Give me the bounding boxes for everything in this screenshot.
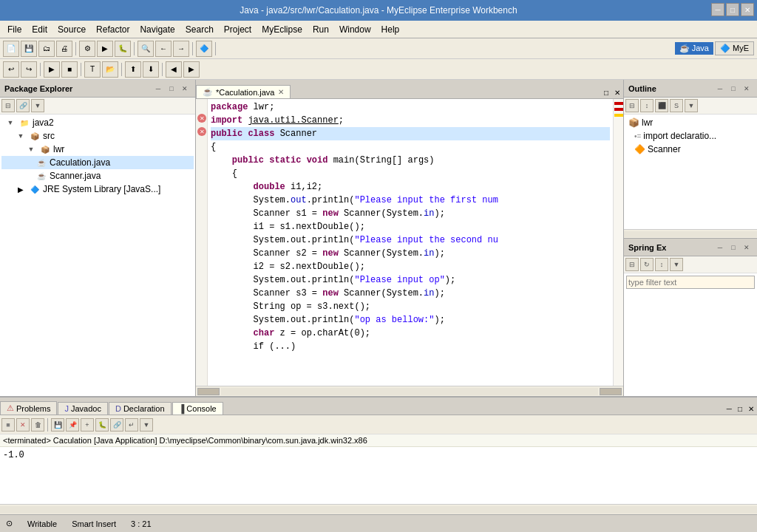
console-menu-btn[interactable]: ▼ <box>140 418 153 432</box>
outline-menu[interactable]: ▼ <box>685 99 698 112</box>
tree-menu-btn[interactable]: ▼ <box>31 99 44 112</box>
menu-window[interactable]: Window <box>335 23 376 36</box>
run-last-button[interactable]: ▶ <box>44 61 60 78</box>
new-button[interactable]: 📄 <box>3 41 19 57</box>
tree-item-scanner[interactable]: ☕ Scanner.java <box>1 169 194 183</box>
minimize-button[interactable]: ─ <box>711 3 724 16</box>
console-debug-btn[interactable]: 🐛 <box>95 418 109 432</box>
tab-javadoc[interactable]: J Javadoc <box>58 402 107 415</box>
outline-minimize[interactable]: ─ <box>714 83 726 95</box>
outline-close[interactable]: ✕ <box>741 83 753 95</box>
undo-button[interactable]: ↩ <box>3 61 19 78</box>
perspective-myeclipse[interactable]: 🔷 MyE <box>715 41 754 55</box>
perspective-java[interactable]: ☕ Java <box>675 42 713 55</box>
editor-close-btn[interactable]: ✕ <box>611 87 623 98</box>
run-button[interactable]: ▶ <box>97 41 113 57</box>
console-clear-btn[interactable]: 🗑 <box>31 418 44 432</box>
bottom-maximize-btn[interactable]: □ <box>735 403 745 415</box>
next-edit-button[interactable]: → <box>173 41 189 57</box>
tab-problems[interactable]: ⚠ Problems <box>0 401 57 415</box>
spring-menu[interactable]: ▼ <box>670 258 683 271</box>
hscroll-track[interactable] <box>221 388 598 395</box>
build-button[interactable]: ⚙ <box>79 41 95 57</box>
menu-run[interactable]: Run <box>308 23 333 36</box>
tab-console[interactable]: ▐ Console <box>172 402 223 415</box>
spring-minimize[interactable]: ─ <box>714 242 726 253</box>
outline-item-import[interactable]: •= import declaratio... <box>625 129 756 143</box>
next-ann-button[interactable]: ⬇ <box>143 61 159 78</box>
bottom-minimize-btn[interactable]: ─ <box>724 403 735 415</box>
save-button[interactable]: 💾 <box>21 41 37 57</box>
spring-collapse[interactable]: ⊟ <box>625 258 639 271</box>
hscroll-left[interactable] <box>197 388 220 395</box>
console-stop-btn[interactable]: ■ <box>1 418 15 432</box>
package-explorer-tree[interactable]: ▼ 📁 java2 ▼ 📦 src ▼ 📦 lwr ☕ Caculation.j… <box>0 115 195 396</box>
tab-declaration[interactable]: D Declaration <box>109 402 172 415</box>
menu-refactor[interactable]: Refactor <box>92 23 134 36</box>
menu-search[interactable]: Search <box>181 23 218 36</box>
console-hscrollbar[interactable] <box>0 504 757 514</box>
console-terminate-btn[interactable]: ✕ <box>16 418 30 432</box>
code-editor[interactable]: package lwr; import java.util.Scanner; p… <box>208 99 613 386</box>
hscroll-right[interactable] <box>600 388 622 395</box>
panel-maximize-btn[interactable]: □ <box>166 83 177 95</box>
console-wrap-btn[interactable]: ↵ <box>125 418 138 432</box>
prev-ann-button[interactable]: ⬆ <box>125 61 141 78</box>
link-editor-btn[interactable]: 🔗 <box>16 99 30 112</box>
outline-item-scanner-class[interactable]: 🔶 Scanner <box>625 143 756 156</box>
editor-maximize-btn[interactable]: □ <box>601 87 611 98</box>
search-file-button[interactable]: 🔍 <box>138 41 154 57</box>
outline-maximize[interactable]: □ <box>727 83 739 95</box>
console-output-area[interactable]: -1.0 <box>0 447 757 504</box>
spring-sort[interactable]: ↕ <box>655 258 668 271</box>
outline-hide-fields[interactable]: ⬛ <box>655 99 668 112</box>
maximize-button[interactable]: □ <box>726 3 739 16</box>
print-button[interactable]: 🖨 <box>56 41 72 57</box>
collapse-all-btn[interactable]: ⊟ <box>1 99 15 112</box>
panel-minimize-btn[interactable]: ─ <box>152 83 164 95</box>
menu-help[interactable]: Help <box>377 23 404 36</box>
console-link-btn[interactable]: 🔗 <box>110 418 123 432</box>
spring-filter-input[interactable] <box>626 276 755 289</box>
menu-source[interactable]: Source <box>53 23 90 36</box>
console-scroll-track[interactable] <box>0 506 757 514</box>
editor-main-area[interactable]: ✕ ✕ package lwr; import java.util.Scanne… <box>196 99 623 386</box>
stop-button[interactable]: ■ <box>61 61 78 78</box>
tree-item-caculation[interactable]: ☕ Caculation.java <box>1 156 194 169</box>
open-type-button[interactable]: T <box>84 61 101 78</box>
bottom-close-btn[interactable]: ✕ <box>745 403 757 415</box>
outline-hscrollbar[interactable] <box>624 229 757 238</box>
outline-collapse[interactable]: ⊟ <box>625 99 639 112</box>
back-button[interactable]: ◀ <box>166 61 182 78</box>
outline-hide-static[interactable]: S <box>670 99 683 112</box>
spring-refresh[interactable]: ↻ <box>640 258 654 271</box>
editor-hscrollbar[interactable] <box>196 386 623 396</box>
outline-sort[interactable]: ↕ <box>640 99 654 112</box>
tab-close-btn[interactable]: ✕ <box>278 88 284 96</box>
debug-button[interactable]: 🐛 <box>115 41 131 57</box>
redo-button[interactable]: ↪ <box>21 61 37 78</box>
outline-scroll-track[interactable] <box>624 231 757 237</box>
menu-edit[interactable]: Edit <box>27 23 52 36</box>
panel-close-btn[interactable]: ✕ <box>179 83 191 95</box>
tree-item-src[interactable]: ▼ 📦 src <box>1 129 194 143</box>
menu-navigate[interactable]: Navigate <box>135 23 179 36</box>
tree-item-jre[interactable]: ▶ 🔷 JRE System Library [JavaS...] <box>1 183 194 196</box>
spring-tree[interactable] <box>624 273 757 396</box>
spring-close[interactable]: ✕ <box>741 242 753 253</box>
editor-tab-caculation[interactable]: ☕ *Caculation.java ✕ <box>196 85 291 98</box>
fwd-button[interactable]: ▶ <box>183 61 200 78</box>
console-new-btn[interactable]: + <box>81 418 94 432</box>
close-button[interactable]: ✕ <box>741 3 754 16</box>
myeclipse-btn[interactable]: 🔷 <box>196 41 212 57</box>
outline-tree[interactable]: 📦 lwr •= import declaratio... 🔶 Scanner <box>624 115 757 229</box>
open-resource-button[interactable]: 📂 <box>102 61 118 78</box>
menu-file[interactable]: File <box>3 23 26 36</box>
tree-item-java2[interactable]: ▼ 📁 java2 <box>1 116 194 129</box>
tree-item-lwr[interactable]: ▼ 📦 lwr <box>1 143 194 156</box>
console-save-btn[interactable]: 💾 <box>51 418 64 432</box>
menu-project[interactable]: Project <box>220 23 256 36</box>
spring-maximize[interactable]: □ <box>727 242 739 253</box>
outline-item-lwr[interactable]: 📦 lwr <box>625 116 756 129</box>
save-all-button[interactable]: 🗂 <box>38 41 55 57</box>
